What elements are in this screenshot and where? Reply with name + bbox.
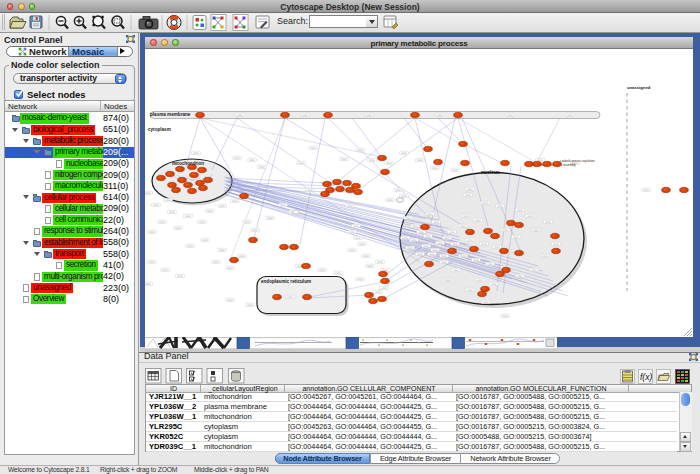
svg-text:cytoplasm: cytoplasm [148,127,171,132]
svg-text:endoplasmic reticulum: endoplasmic reticulum [261,279,311,284]
svg-text:plasma membrane: plasma membrane [150,112,191,117]
svg-text:mitochondrion: mitochondrion [172,161,204,166]
svg-text:catabolic process regulation: catabolic process regulation [560,159,595,163]
svg-text:nucleus: nucleus [481,169,500,175]
svg-text:f(x): f(x) [640,372,652,382]
svg-text:unassigned: unassigned [627,85,651,90]
